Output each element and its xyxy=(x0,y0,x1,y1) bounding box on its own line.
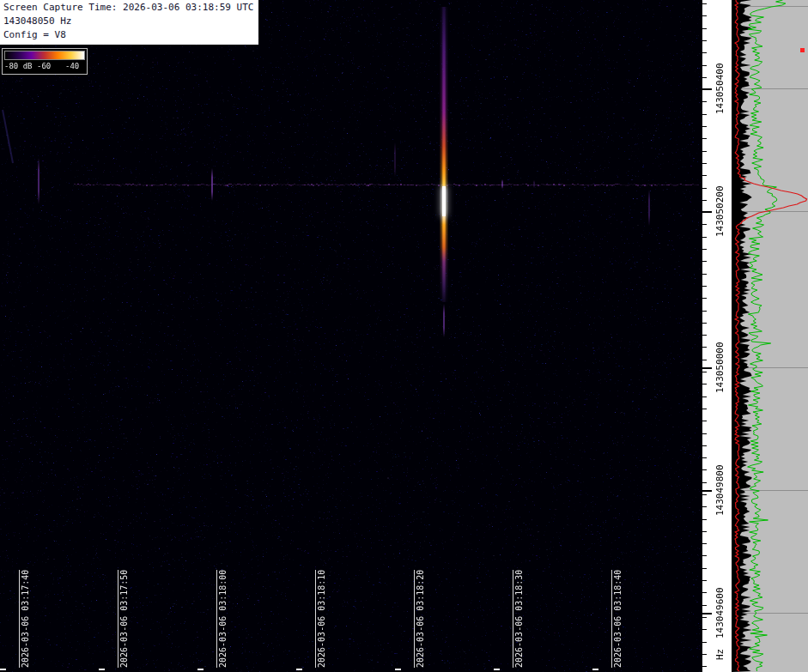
frequency-axis: 1430504001430502001430500001430498001430… xyxy=(702,0,732,672)
waterfall-spectrogram xyxy=(0,0,702,672)
legend-mid-db-label: -60 xyxy=(37,61,51,71)
capture-time-text: Screen Capture Time: 2026-03-06 03:18:59… xyxy=(3,1,253,15)
capture-info-overlay: Screen Capture Time: 2026-03-06 03:18:59… xyxy=(0,0,258,45)
capture-frequency-text: 143048050 Hz xyxy=(3,15,253,28)
legend-min-db-label: -80 dB xyxy=(4,61,33,71)
freq-axis-label: 143050000 xyxy=(715,342,726,393)
freq-unit-label: Hz xyxy=(715,649,726,660)
live-spectrum-panel xyxy=(732,0,808,672)
freq-axis-label: 143049600 xyxy=(715,587,726,639)
legend-labels: -80 dB -60 -40 xyxy=(3,61,87,71)
spectrogram-screen: 2026-03-06 03:17:402026-03-06 03:17:5020… xyxy=(0,0,808,672)
freq-axis-label: 143050400 xyxy=(715,63,726,114)
capture-config-text: Config = V8 xyxy=(3,28,253,42)
freq-axis-label: 143050200 xyxy=(715,185,726,237)
legend-max-db-label: -40 xyxy=(65,61,79,71)
color-gradient-bar xyxy=(4,51,85,60)
freq-axis-label: 143049800 xyxy=(715,464,726,516)
color-scale-legend: -80 dB -60 -40 xyxy=(2,48,88,75)
